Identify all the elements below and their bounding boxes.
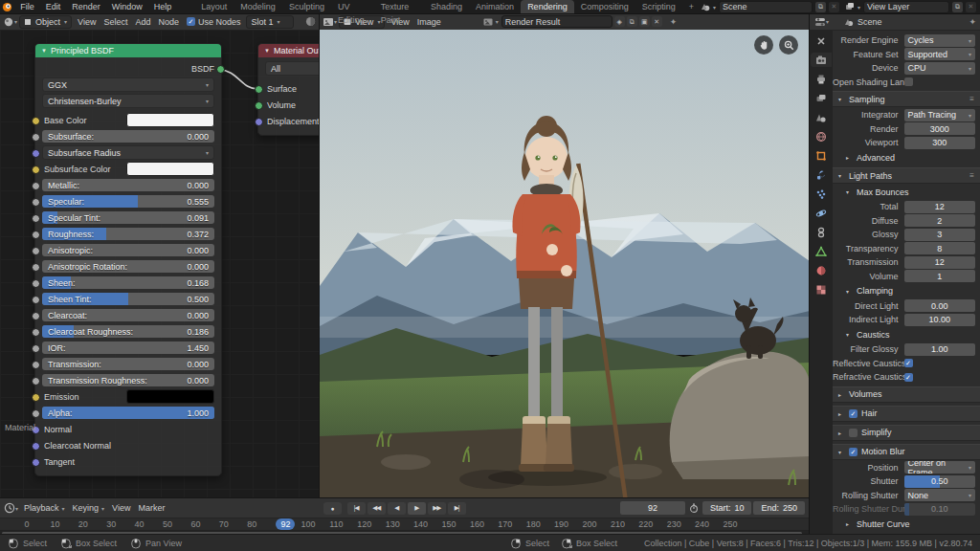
image-name[interactable]: Render Result (505, 17, 561, 27)
menu-file[interactable]: File (14, 0, 40, 13)
output-target-dropdown[interactable]: All (265, 61, 319, 76)
panel-max-bounces[interactable]: ▾Max Bounces (833, 185, 980, 199)
jump-to-end-button[interactable]: ▶| (448, 502, 466, 515)
gray-socket[interactable] (32, 361, 40, 369)
dropdown-device[interactable]: CPU▾ (904, 62, 975, 75)
pin-icon[interactable]: ✦ (670, 17, 678, 27)
value-field-total[interactable]: 12 (904, 201, 975, 213)
editor-type-timeline-icon[interactable]: ▾ (4, 502, 18, 514)
pan-view-button[interactable] (754, 35, 773, 55)
workspace-tab-sculpting[interactable]: Sculpting (282, 0, 331, 13)
properties-tab-object-data[interactable] (811, 244, 832, 258)
image-new-icon[interactable]: ⧉ (627, 16, 637, 27)
properties-tab-view-layer[interactable] (811, 91, 832, 105)
menu-marker[interactable]: Marker (134, 503, 168, 513)
frame-start-field[interactable]: Start:10 (702, 501, 752, 515)
yellow-socket[interactable] (32, 117, 40, 125)
value-field-diffuse[interactable]: 2 (904, 214, 975, 227)
frame-end-field[interactable]: End:250 (753, 501, 805, 515)
properties-tab-constraints[interactable] (811, 225, 832, 239)
panel-simplify[interactable]: ▸Simplify (833, 425, 980, 441)
yellow-socket[interactable] (32, 393, 40, 402)
menu-edit[interactable]: Edit (40, 0, 67, 13)
delete-scene-button[interactable]: ✕ (829, 2, 839, 12)
prev-keyframe-button[interactable]: ◀◀ (368, 502, 386, 515)
color-swatch-emission[interactable] (126, 389, 214, 404)
blender-logo-icon[interactable] (0, 2, 14, 12)
menu-render[interactable]: Render (66, 0, 106, 13)
menu-window[interactable]: Window (106, 0, 148, 13)
new-scene-button[interactable]: ⧉ (815, 2, 826, 12)
editor-type-properties-icon[interactable]: ▾ (814, 16, 829, 28)
menu-add[interactable]: Add (131, 17, 154, 27)
checkbox-open-shading-language[interactable] (904, 77, 913, 86)
workspace-tab-layout[interactable]: Layout (194, 0, 234, 13)
view-layer-name[interactable]: View Layer (867, 2, 909, 11)
panel-checkbox-hair[interactable]: ✓ (849, 409, 858, 418)
properties-tab-texture[interactable] (811, 282, 832, 297)
presets-icon[interactable]: ≡ (969, 95, 975, 103)
slider-ior[interactable]: IOR:1.450 (42, 342, 214, 354)
gray-socket[interactable] (32, 182, 40, 190)
use-nodes-toggle[interactable]: ✓ Use Nodes (187, 17, 241, 27)
principled-bsdf-header[interactable]: ▼ Principled BSDF (35, 44, 221, 57)
dropdown-subsurface-radius[interactable]: Subsurface Radius▾ (42, 145, 214, 160)
gray-socket[interactable] (32, 409, 40, 418)
record-button[interactable]: ● (323, 502, 342, 515)
slot-dropdown[interactable]: Slot 1▾ (246, 15, 294, 29)
menu-image[interactable]: Image (413, 17, 445, 27)
scene-selector[interactable]: ▾ Scene ⧉ ✕ (701, 1, 839, 13)
properties-tab-render[interactable] (811, 53, 832, 67)
panel-advanced[interactable]: ▸Advanced (833, 150, 980, 165)
slider-sheen[interactable]: Sheen:0.168 (42, 276, 214, 289)
menu-select[interactable]: Select (100, 17, 131, 27)
panel-hair[interactable]: ▸✓Hair (833, 406, 980, 422)
workspace-tab-animation[interactable]: Animation (469, 0, 521, 13)
dropdown-rolling-shutter[interactable]: None▾ (904, 489, 975, 501)
value-field-viewport[interactable]: 300 (904, 137, 975, 149)
bsdf-output-socket[interactable] (216, 65, 225, 74)
gray-socket[interactable] (32, 231, 40, 239)
value-field-direct-light[interactable]: 0.00 (904, 299, 975, 312)
gray-socket[interactable] (32, 263, 40, 272)
current-frame-field[interactable]: 92 (620, 501, 685, 515)
panel-clamping[interactable]: ▾Clamping (833, 284, 980, 298)
timeline-ruler[interactable]: 0102030405060708010011012013014015016017… (0, 518, 809, 531)
value-field-volume[interactable]: 1 (904, 270, 975, 282)
pin-icon[interactable]: ✦ (969, 17, 976, 27)
editor-type-shader-icon[interactable]: ▾ (3, 16, 17, 28)
presets-icon[interactable]: ≡ (969, 171, 975, 180)
playhead[interactable]: 92 (276, 518, 295, 530)
yellow-socket[interactable] (32, 165, 40, 174)
value-field-transparency[interactable]: 8 (904, 242, 975, 254)
slider-metallic[interactable]: Metallic:0.000 (42, 179, 214, 191)
gray-socket[interactable] (32, 198, 40, 207)
properties-tab-world[interactable] (811, 129, 832, 143)
collapse-icon[interactable]: ▼ (41, 48, 47, 54)
menu-help[interactable]: Help (148, 0, 178, 13)
panel-checkbox-motion-blur[interactable]: ✓ (849, 448, 858, 456)
menu-view[interactable]: View (74, 17, 100, 27)
image-datablock-selector[interactable]: ▾ Render Result (483, 15, 612, 28)
principled-bsdf-node[interactable]: ▼ Principled BSDF BSDF GGX▾ Christensen-… (34, 43, 222, 476)
properties-tab-output[interactable] (811, 72, 832, 86)
menu-view[interactable]: View (108, 503, 134, 513)
gray-socket[interactable] (32, 247, 40, 255)
gray-socket[interactable] (32, 328, 40, 337)
next-keyframe-button[interactable]: ▶▶ (428, 502, 446, 515)
checkbox-reflective-caustics[interactable]: ✓ (904, 359, 913, 367)
play-reverse-button[interactable]: ◀ (388, 502, 406, 515)
panel-light-paths[interactable]: ▾Light Paths≡ (833, 167, 980, 184)
node-editor-canvas[interactable]: ▼ Principled BSDF BSDF GGX▾ Christensen-… (0, 30, 319, 497)
purple-socket[interactable] (255, 118, 263, 126)
add-workspace-button[interactable]: + (682, 0, 701, 13)
value-field-filter-glossy[interactable]: 1.00 (904, 343, 975, 356)
image-unlink-icon[interactable]: ✕ (652, 16, 662, 27)
slider-anisotropic-rotation[interactable]: Anisotropic Rotation:0.000 (42, 260, 214, 273)
workspace-tab-shading[interactable]: Shading (424, 0, 469, 13)
purple-socket[interactable] (32, 442, 40, 451)
properties-tab-modifiers[interactable] (811, 167, 832, 182)
material-preview-icon[interactable] (305, 16, 316, 27)
slider-transmission-roughness[interactable]: Transmission Roughness:0.000 (42, 374, 214, 386)
panel-caustics[interactable]: ▾Caustics (833, 327, 980, 342)
